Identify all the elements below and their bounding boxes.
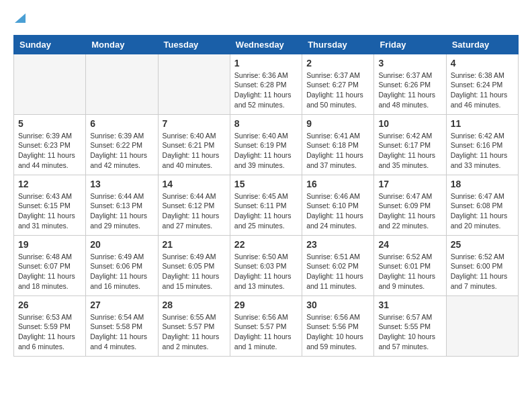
day-number: 24 [378,239,441,250]
day-number: 4 [451,58,514,68]
day-info: Sunrise: 6:55 AM Sunset: 5:57 PM Dayligh… [163,312,226,352]
day-info: Sunrise: 6:47 AM Sunset: 6:08 PM Dayligh… [451,191,514,231]
day-number: 9 [306,118,369,129]
day-number: 23 [306,239,369,250]
calendar-cell: 9Sunrise: 6:41 AM Sunset: 6:18 PM Daylig… [302,114,374,175]
calendar-week-row: 26Sunrise: 6:53 AM Sunset: 5:59 PM Dayli… [14,295,519,356]
calendar-day-header: Friday [374,35,446,54]
day-info: Sunrise: 6:40 AM Sunset: 6:19 PM Dayligh… [234,131,298,171]
calendar-cell [14,54,86,114]
day-info: Sunrise: 6:44 AM Sunset: 6:12 PM Dayligh… [163,191,226,231]
day-number: 2 [306,58,369,68]
calendar-day-header: Tuesday [158,35,230,54]
day-info: Sunrise: 6:36 AM Sunset: 6:28 PM Dayligh… [234,71,298,110]
day-info: Sunrise: 6:52 AM Sunset: 6:01 PM Dayligh… [378,252,441,291]
calendar-week-row: 5Sunrise: 6:39 AM Sunset: 6:23 PM Daylig… [14,114,519,175]
day-number: 10 [378,118,441,129]
calendar-cell: 21Sunrise: 6:49 AM Sunset: 6:05 PM Dayli… [158,235,230,295]
svg-marker-0 [15,13,26,23]
page-header [13,13,519,24]
calendar-cell: 6Sunrise: 6:39 AM Sunset: 6:22 PM Daylig… [86,114,158,175]
day-number: 19 [18,239,81,250]
day-info: Sunrise: 6:56 AM Sunset: 5:56 PM Dayligh… [306,312,369,352]
day-number: 6 [90,118,153,129]
calendar-cell: 24Sunrise: 6:52 AM Sunset: 6:01 PM Dayli… [374,235,446,295]
calendar-cell: 4Sunrise: 6:38 AM Sunset: 6:24 PM Daylig… [446,54,518,114]
calendar-cell: 15Sunrise: 6:45 AM Sunset: 6:11 PM Dayli… [230,175,302,235]
day-number: 25 [451,239,514,250]
day-info: Sunrise: 6:41 AM Sunset: 6:18 PM Dayligh… [306,131,369,171]
day-info: Sunrise: 6:38 AM Sunset: 6:24 PM Dayligh… [451,71,514,110]
day-number: 11 [451,118,514,129]
day-number: 20 [90,239,153,250]
day-number: 17 [378,179,441,189]
calendar-cell: 25Sunrise: 6:52 AM Sunset: 6:00 PM Dayli… [446,235,518,295]
calendar-cell: 11Sunrise: 6:42 AM Sunset: 6:16 PM Dayli… [446,114,518,175]
calendar-cell: 1Sunrise: 6:36 AM Sunset: 6:28 PM Daylig… [230,54,302,114]
calendar-cell: 26Sunrise: 6:53 AM Sunset: 5:59 PM Dayli… [14,295,86,356]
day-info: Sunrise: 6:39 AM Sunset: 6:22 PM Dayligh… [90,131,153,171]
day-info: Sunrise: 6:40 AM Sunset: 6:21 PM Dayligh… [163,131,226,171]
calendar-cell: 16Sunrise: 6:46 AM Sunset: 6:10 PM Dayli… [302,175,374,235]
day-info: Sunrise: 6:37 AM Sunset: 6:27 PM Dayligh… [306,71,369,110]
calendar-day-header: Sunday [14,35,86,54]
day-number: 27 [90,300,153,310]
day-number: 18 [451,179,514,189]
day-number: 7 [163,118,226,129]
calendar-cell: 7Sunrise: 6:40 AM Sunset: 6:21 PM Daylig… [158,114,230,175]
day-number: 8 [234,118,298,129]
calendar-cell [158,54,230,114]
calendar-cell: 17Sunrise: 6:47 AM Sunset: 6:09 PM Dayli… [374,175,446,235]
day-info: Sunrise: 6:39 AM Sunset: 6:23 PM Dayligh… [18,131,81,171]
day-number: 15 [234,179,298,189]
calendar-cell: 2Sunrise: 6:37 AM Sunset: 6:27 PM Daylig… [302,54,374,114]
calendar-day-header: Saturday [446,35,518,54]
day-info: Sunrise: 6:53 AM Sunset: 5:59 PM Dayligh… [18,312,81,352]
day-number: 29 [234,300,298,310]
calendar-header-row: SundayMondayTuesdayWednesdayThursdayFrid… [14,35,519,54]
day-number: 14 [163,179,226,189]
day-info: Sunrise: 6:50 AM Sunset: 6:03 PM Dayligh… [234,252,298,291]
day-info: Sunrise: 6:51 AM Sunset: 6:02 PM Dayligh… [306,252,369,291]
calendar-cell: 14Sunrise: 6:44 AM Sunset: 6:12 PM Dayli… [158,175,230,235]
day-number: 12 [18,179,81,189]
logo [13,13,26,24]
day-info: Sunrise: 6:42 AM Sunset: 6:17 PM Dayligh… [378,131,441,171]
day-number: 5 [18,118,81,129]
calendar-cell [446,295,518,356]
day-info: Sunrise: 6:42 AM Sunset: 6:16 PM Dayligh… [451,131,514,171]
day-info: Sunrise: 6:37 AM Sunset: 6:26 PM Dayligh… [378,71,441,110]
calendar-cell: 12Sunrise: 6:43 AM Sunset: 6:15 PM Dayli… [14,175,86,235]
calendar-cell: 18Sunrise: 6:47 AM Sunset: 6:08 PM Dayli… [446,175,518,235]
calendar-week-row: 19Sunrise: 6:48 AM Sunset: 6:07 PM Dayli… [14,235,519,295]
day-info: Sunrise: 6:46 AM Sunset: 6:10 PM Dayligh… [306,191,369,231]
calendar-cell: 19Sunrise: 6:48 AM Sunset: 6:07 PM Dayli… [14,235,86,295]
calendar-cell [86,54,158,114]
day-number: 1 [234,58,298,68]
calendar-day-header: Thursday [302,35,374,54]
calendar-cell: 20Sunrise: 6:49 AM Sunset: 6:06 PM Dayli… [86,235,158,295]
calendar-cell: 28Sunrise: 6:55 AM Sunset: 5:57 PM Dayli… [158,295,230,356]
day-info: Sunrise: 6:45 AM Sunset: 6:11 PM Dayligh… [234,191,298,231]
calendar-cell: 10Sunrise: 6:42 AM Sunset: 6:17 PM Dayli… [374,114,446,175]
day-info: Sunrise: 6:44 AM Sunset: 6:13 PM Dayligh… [90,191,153,231]
day-info: Sunrise: 6:54 AM Sunset: 5:58 PM Dayligh… [90,312,153,352]
calendar-cell: 31Sunrise: 6:57 AM Sunset: 5:55 PM Dayli… [374,295,446,356]
day-number: 21 [163,239,226,250]
day-number: 3 [378,58,441,68]
day-info: Sunrise: 6:48 AM Sunset: 6:07 PM Dayligh… [18,252,81,291]
day-number: 22 [234,239,298,250]
calendar-cell: 23Sunrise: 6:51 AM Sunset: 6:02 PM Dayli… [302,235,374,295]
calendar-cell: 22Sunrise: 6:50 AM Sunset: 6:03 PM Dayli… [230,235,302,295]
logo-icon [15,13,26,26]
calendar-cell: 27Sunrise: 6:54 AM Sunset: 5:58 PM Dayli… [86,295,158,356]
day-number: 26 [18,300,81,310]
day-info: Sunrise: 6:49 AM Sunset: 6:06 PM Dayligh… [90,252,153,291]
day-info: Sunrise: 6:47 AM Sunset: 6:09 PM Dayligh… [378,191,441,231]
day-number: 28 [163,300,226,310]
day-number: 31 [378,300,441,310]
calendar-cell: 30Sunrise: 6:56 AM Sunset: 5:56 PM Dayli… [302,295,374,356]
calendar-day-header: Wednesday [230,35,302,54]
day-info: Sunrise: 6:57 AM Sunset: 5:55 PM Dayligh… [378,312,441,352]
day-number: 30 [306,300,369,310]
